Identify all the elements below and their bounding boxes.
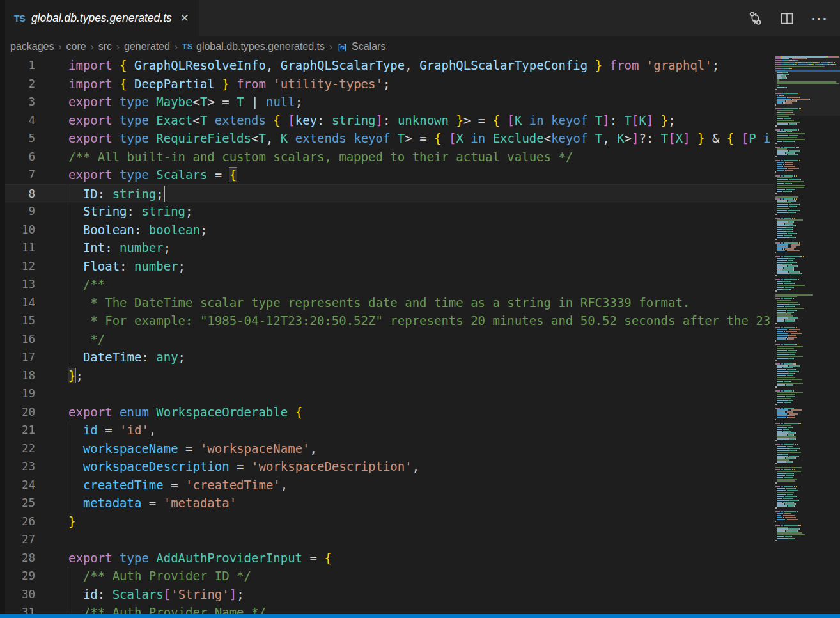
code-text: };: [68, 367, 770, 385]
breadcrumb: packages›core›src›generated›TSglobal.db.…: [5, 36, 840, 56]
code-text: ID: string;: [68, 185, 770, 202]
indent-guide: [68, 294, 68, 312]
code-line[interactable]: 12 Float: number;: [5, 257, 840, 276]
code-text: * The DateTime scalar type represents da…: [68, 294, 770, 312]
line-number: 1: [5, 56, 68, 75]
code-line[interactable]: 15 * For example: "1985-04-12T23:20:50.5…: [5, 312, 840, 330]
indent-guide: [68, 603, 68, 614]
code-line[interactable]: 25 metadata = 'metadata': [5, 494, 840, 512]
code-text: import { GraphQLResolveInfo, GraphQLScal…: [68, 56, 770, 75]
code-line[interactable]: 10 Boolean: boolean;: [5, 221, 840, 239]
breadcrumb-file[interactable]: global.db.types.generated.ts: [196, 41, 325, 52]
code-text: */: [68, 330, 770, 349]
code-line[interactable]: 21 id = 'id',: [5, 421, 840, 440]
status-bar: [0, 614, 840, 618]
code-text: Boolean: boolean;: [68, 221, 770, 239]
indent-guide: [68, 312, 68, 330]
code-line[interactable]: 28export type AddAuthProviderInput = {: [5, 549, 840, 567]
line-number: 21: [5, 421, 68, 440]
code-text: createdTime = 'createdTime',: [68, 476, 770, 495]
line-number: 19: [5, 384, 68, 403]
code-line[interactable]: 5export type RequireFields<T, K extends …: [5, 129, 840, 148]
code-text: import { DeepPartial } from 'utility-typ…: [68, 75, 770, 93]
line-number: 2: [5, 75, 68, 93]
code-line[interactable]: 19: [5, 384, 840, 403]
tab-active-file[interactable]: TS global.db.types.generated.ts ✕: [5, 0, 199, 36]
code-text: [68, 530, 770, 549]
code-editor[interactable]: 1import { GraphQLResolveInfo, GraphQLSca…: [5, 56, 840, 614]
code-line[interactable]: 3export type Maybe<T> = T | null;: [5, 93, 840, 111]
code-text: workspaceName = 'workspaceName',: [68, 440, 770, 458]
code-line[interactable]: 22 workspaceName = 'workspaceName',: [5, 440, 840, 458]
minimap[interactable]: [775, 56, 840, 614]
close-icon[interactable]: ✕: [180, 13, 189, 24]
indent-guide: [68, 440, 68, 458]
indent-guide: [68, 221, 68, 239]
code-line[interactable]: 2import { DeepPartial } from 'utility-ty…: [5, 75, 840, 93]
code-text: workspaceDescription = 'workspaceDescrip…: [68, 457, 770, 476]
chevron-right-icon: ›: [59, 41, 62, 52]
code-line[interactable]: 23 workspaceDescription = 'workspaceDesc…: [5, 457, 840, 476]
code-line[interactable]: 16 */: [5, 330, 840, 349]
code-line[interactable]: 11 Int: number;: [5, 239, 840, 257]
line-number: 4: [5, 111, 68, 130]
line-number: 15: [5, 312, 68, 330]
split-editor-icon[interactable]: [780, 12, 794, 26]
indent-guide: [68, 494, 68, 512]
line-number: 7: [5, 166, 68, 184]
code-line[interactable]: 29 /** Auth Provider ID */: [5, 567, 840, 585]
more-actions-icon[interactable]: ···: [811, 15, 828, 22]
code-line[interactable]: 9 String: string;: [5, 202, 840, 221]
breadcrumb-item[interactable]: src: [98, 41, 112, 52]
code-line[interactable]: 24 createdTime = 'createdTime',: [5, 476, 840, 495]
code-text: /** All built-in and custom scalars, map…: [68, 148, 770, 166]
line-number: 17: [5, 348, 68, 367]
indent-guide: [68, 202, 68, 221]
code-text: export type Scalars = {: [68, 166, 770, 184]
code-line[interactable]: 13 /**: [5, 275, 840, 294]
line-number: 31: [5, 603, 68, 614]
breadcrumb-item[interactable]: packages: [10, 41, 54, 52]
vscode-window: TS global.db.types.generated.ts ✕ ··· pa…: [0, 0, 840, 618]
code-line[interactable]: 4export type Exact<T extends { [key: str…: [5, 111, 840, 130]
code-line[interactable]: 18};: [5, 367, 840, 385]
compare-changes-icon[interactable]: [748, 11, 763, 26]
indent-guide: [68, 275, 68, 294]
line-number: 27: [5, 530, 68, 549]
line-number: 6: [5, 148, 68, 166]
code-line[interactable]: 14 * The DateTime scalar type represents…: [5, 294, 840, 312]
minimap-active-line: [775, 70, 840, 72]
indent-guide: [68, 185, 68, 202]
code-text: /** Auth Provider Name */: [68, 603, 770, 614]
line-number: 12: [5, 257, 68, 276]
code-line[interactable]: 7export type Scalars = {: [5, 166, 840, 184]
code-line[interactable]: 17 DateTime: any;: [5, 348, 840, 367]
indent-guide: [68, 567, 68, 585]
code-line[interactable]: 6/** All built-in and custom scalars, ma…: [5, 148, 840, 166]
breadcrumb-item[interactable]: generated: [124, 41, 170, 52]
window-left-edge: [0, 0, 5, 614]
code-text: String: string;: [68, 202, 770, 221]
line-number: 22: [5, 440, 68, 458]
code-line[interactable]: 8 ID: string;: [5, 184, 840, 203]
code-line[interactable]: 20export enum WorkspaceOrderable {: [5, 403, 840, 422]
code-line[interactable]: 26}: [5, 512, 840, 531]
chevron-right-icon: ›: [91, 41, 94, 52]
chevron-right-icon: ›: [175, 41, 178, 52]
breadcrumb-symbol[interactable]: Scalars: [352, 41, 385, 52]
code-line[interactable]: 30 id: Scalars['String'];: [5, 585, 840, 604]
indent-guide: [68, 348, 68, 367]
line-number: 24: [5, 476, 68, 495]
code-text: DateTime: any;: [68, 348, 770, 367]
code-line[interactable]: 1import { GraphQLResolveInfo, GraphQLSca…: [5, 56, 840, 75]
code-text: [68, 384, 770, 403]
breadcrumb-item[interactable]: core: [66, 41, 86, 52]
indent-guide: [68, 421, 68, 440]
code-line[interactable]: 27: [5, 530, 840, 549]
code-line[interactable]: 31 /** Auth Provider Name */: [5, 603, 840, 614]
chevron-right-icon: ›: [116, 41, 120, 52]
indent-guide: [68, 585, 68, 604]
code-text: export type AddAuthProviderInput = {: [68, 549, 770, 567]
line-number: 14: [5, 294, 68, 312]
line-number: 9: [5, 202, 68, 221]
